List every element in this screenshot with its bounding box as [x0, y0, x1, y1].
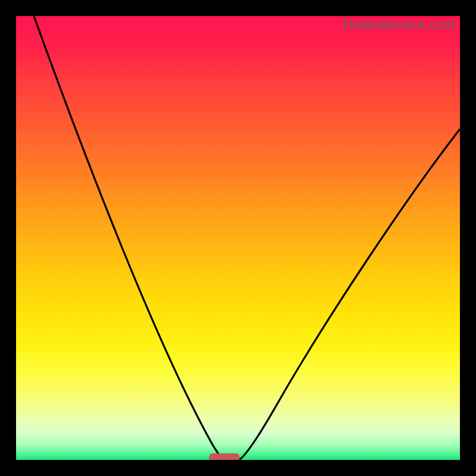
- watermark-text: TheBottleneck.com: [341, 17, 455, 33]
- curve-right-branch: [238, 129, 460, 460]
- optimal-range-marker: [209, 453, 240, 460]
- curve-left-branch: [34, 16, 225, 460]
- bottleneck-curve: [16, 16, 460, 460]
- plot-area: TheBottleneck.com: [16, 16, 460, 460]
- chart-frame: TheBottleneck.com: [0, 0, 476, 476]
